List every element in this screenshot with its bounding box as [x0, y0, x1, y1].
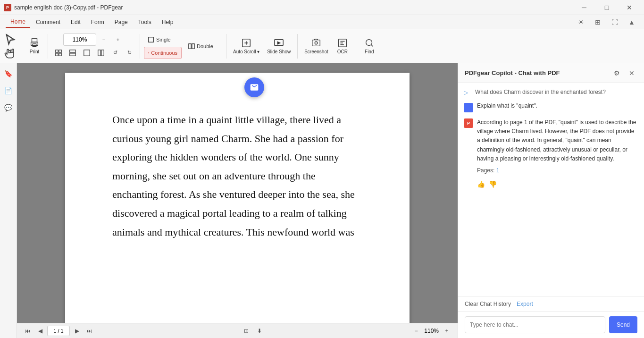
single-view-button[interactable]: Single [144, 34, 182, 46]
crop2-button[interactable] [66, 47, 79, 59]
layout-icon[interactable]: ⊞ [591, 16, 604, 29]
zoom-row: 110% − + [63, 34, 125, 46]
svg-rect-8 [70, 53, 75, 55]
menu-comment[interactable]: Comment [31, 17, 65, 27]
menu-tools[interactable]: Tools [134, 17, 156, 27]
pdf-text: Once upon a time in a quaint little vill… [112, 110, 362, 241]
rotate-right-button[interactable]: ↻ [123, 47, 136, 59]
single-label: Single [156, 37, 171, 42]
ai-response-text: According to page 1 of the PDF, "quaint"… [477, 119, 636, 162]
zoom-increase-button[interactable]: + [111, 34, 125, 46]
separator-4 [226, 34, 226, 59]
ai-avatar: P [464, 118, 473, 128]
crop1-button[interactable] [52, 47, 65, 59]
next-page-button[interactable]: ▶ [72, 326, 82, 336]
user-avatar [464, 103, 473, 112]
view-group: Single Continuous [144, 34, 182, 59]
minimize-button[interactable]: ─ [573, 0, 595, 15]
zoom-display: 110% [424, 328, 439, 334]
first-page-button[interactable]: ⏮ [23, 326, 33, 336]
ocr-label: OCR [337, 49, 348, 54]
user-question-text: Explain what is "quaint". [477, 102, 537, 109]
copilot-header-icons: ⚙ ✕ [611, 68, 637, 79]
page-link[interactable]: 1 [496, 167, 500, 174]
crop3-button[interactable] [80, 47, 93, 59]
hand-tool-button[interactable] [4, 47, 17, 59]
copilot-title: PDFgear Copilot - Chat with PDF [465, 69, 560, 76]
close-button[interactable]: ✕ [619, 0, 640, 15]
menu-page[interactable]: Page [110, 17, 133, 27]
copilot-close-icon[interactable]: ✕ [626, 68, 637, 79]
menu-form[interactable]: Form [86, 17, 109, 27]
copilot-panel: PDFgear Copilot - Chat with PDF ⚙ ✕ ▷ Wh… [458, 63, 644, 338]
comments-icon[interactable]: 💬 [2, 101, 15, 114]
svg-rect-19 [312, 40, 320, 46]
copilot-send-button[interactable]: Send [609, 316, 637, 333]
pages-icon[interactable]: 📄 [2, 84, 15, 97]
svg-rect-16 [192, 43, 194, 49]
print-label: Print [30, 49, 40, 54]
find-button[interactable]: Find [360, 33, 379, 59]
ai-content: According to page 1 of the PDF, "quaint"… [477, 118, 638, 190]
screenshot-button[interactable]: Screenshot [301, 33, 331, 59]
ai-pages: Pages: 1 [477, 166, 638, 175]
window-title: sample english doc (3)-Copy.pdf - PDFgea… [14, 4, 123, 11]
zoom-out-button[interactable]: − [411, 326, 421, 336]
zoom-input[interactable]: 110% [63, 34, 96, 46]
tool-group-cursor [4, 34, 17, 59]
svg-rect-10 [98, 50, 100, 55]
zoom-in-button[interactable]: + [442, 326, 452, 336]
last-page-button[interactable]: ⏭ [84, 326, 94, 336]
cursor-tool-button[interactable] [4, 34, 17, 46]
slide-show-button[interactable]: Slide Show [264, 33, 293, 59]
maximize-button[interactable]: □ [596, 0, 618, 15]
separator-3 [140, 34, 140, 59]
rotate-left-button[interactable]: ↺ [109, 47, 122, 59]
prev-page-button[interactable]: ◀ [35, 326, 45, 336]
pdf-nav-center: ⊡ ⬇ [241, 326, 265, 336]
fit-page-button[interactable]: ⊡ [241, 326, 251, 336]
svg-rect-5 [56, 53, 58, 55]
ai-message: P According to page 1 of the PDF, "quain… [464, 118, 638, 190]
pdf-page[interactable]: Once upon a time in a quaint little vill… [17, 63, 458, 323]
zoom-decrease-button[interactable]: − [97, 34, 110, 46]
floating-action-button[interactable] [244, 77, 264, 97]
view-group-double: Double [184, 40, 222, 52]
page-input[interactable] [47, 326, 70, 336]
export-link[interactable]: Export [517, 301, 533, 307]
copilot-messages[interactable]: ▷ What does Charm discover in the enchan… [458, 83, 644, 296]
toolbar: Print 110% − + ↺ ↻ [0, 29, 644, 63]
menu-home[interactable]: Home [6, 17, 30, 28]
brightness-icon[interactable]: ☀ [574, 16, 587, 29]
pdf-nav-right: − 110% + [411, 326, 452, 336]
svg-point-20 [315, 42, 318, 44]
screenshot-label: Screenshot [304, 49, 328, 54]
ai-feedback: 👍 👎 [477, 179, 638, 189]
thumbs-up-button[interactable]: 👍 [477, 179, 485, 189]
title-bar: P sample english doc (3)-Copy.pdf - PDFg… [0, 0, 644, 15]
bookmark-icon[interactable]: 🔖 [2, 67, 15, 80]
ocr-button[interactable]: OCR [333, 33, 352, 59]
continuous-view-button[interactable]: Continuous [144, 47, 182, 59]
fullscreen-icon[interactable]: ⛶ [608, 16, 621, 29]
collapse-icon[interactable]: ▲ [625, 16, 638, 29]
download-button[interactable]: ⬇ [254, 326, 265, 336]
double-view-button[interactable]: Double [184, 40, 222, 52]
copilot-settings-icon[interactable]: ⚙ [611, 68, 622, 79]
auto-scroll-button[interactable]: Auto Scroll ▾ [230, 33, 262, 59]
pdf-area: Once upon a time in a quaint little vill… [17, 63, 458, 338]
svg-rect-4 [59, 50, 61, 52]
svg-rect-12 [149, 37, 154, 42]
print-button[interactable]: Print [25, 33, 44, 59]
copilot-input[interactable] [465, 316, 605, 333]
app-icon: P [4, 4, 11, 11]
crop4-button[interactable] [94, 47, 108, 59]
copilot-actions: Clear Chat History Export [458, 296, 644, 311]
menu-help[interactable]: Help [157, 17, 178, 27]
svg-rect-2 [33, 44, 36, 47]
svg-rect-14 [148, 53, 149, 53]
clear-chat-link[interactable]: Clear Chat History [465, 301, 511, 307]
menu-edit[interactable]: Edit [66, 17, 85, 27]
thumbs-down-button[interactable]: 👎 [489, 179, 497, 189]
separator-6 [356, 34, 356, 59]
